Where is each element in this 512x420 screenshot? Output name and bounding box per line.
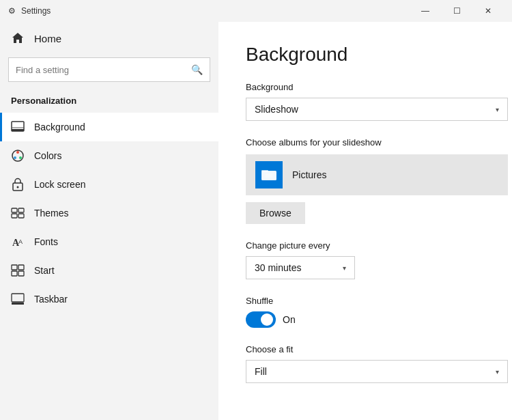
sidebar-lock-label: Lock screen: [34, 179, 85, 190]
shuffle-toggle[interactable]: [246, 311, 276, 328]
fit-section-label: Choose a fit: [246, 344, 485, 354]
shuffle-label: Shuffle: [246, 296, 485, 306]
lock-icon: [11, 178, 25, 191]
sidebar-background-label: Background: [34, 122, 85, 132]
browse-button[interactable]: Browse: [246, 202, 305, 224]
svg-rect-9: [12, 208, 17, 212]
svg-rect-18: [18, 271, 24, 276]
fit-dropdown[interactable]: Fill ▾: [246, 360, 508, 383]
fit-value: Fill: [255, 366, 267, 377]
search-icon: 🔍: [191, 64, 203, 75]
album-folder-icon: [255, 161, 283, 188]
svg-rect-16: [18, 265, 24, 270]
svg-rect-10: [18, 208, 24, 212]
change-picture-value: 30 minutes: [255, 262, 301, 273]
svg-rect-19: [12, 294, 24, 302]
sidebar-item-lock-screen[interactable]: Lock screen: [0, 170, 218, 199]
sidebar-home-item[interactable]: Home: [0, 22, 218, 55]
title-bar-controls: — ☐ ✕: [410, 0, 504, 22]
svg-rect-15: [12, 265, 17, 270]
home-icon: [11, 31, 25, 45]
svg-rect-20: [12, 303, 24, 305]
change-picture-label: Change picture every: [246, 240, 485, 251]
chevron-down-icon: ▾: [496, 106, 499, 113]
search-box[interactable]: 🔍: [8, 57, 210, 82]
svg-rect-1: [12, 129, 24, 131]
sidebar-colors-label: Colors: [34, 150, 61, 161]
sidebar-themes-label: Themes: [34, 208, 69, 219]
svg-rect-12: [18, 214, 24, 218]
sidebar-item-start[interactable]: Start: [0, 256, 218, 285]
app-icon: ⚙: [8, 6, 16, 16]
title-bar: ⚙ Settings — ☐ ✕: [0, 0, 512, 22]
svg-point-4: [16, 151, 19, 154]
toggle-state-label: On: [283, 314, 296, 325]
sidebar-item-fonts[interactable]: A A Fonts: [0, 227, 218, 256]
sidebar-item-taskbar[interactable]: Taskbar: [0, 285, 218, 313]
change-picture-dropdown[interactable]: 30 minutes ▾: [246, 256, 355, 279]
sidebar-item-colors[interactable]: Colors: [0, 141, 218, 170]
close-button[interactable]: ✕: [472, 0, 504, 22]
colors-icon: [11, 149, 25, 163]
albums-section-label: Choose albums for your slideshow: [246, 137, 485, 148]
sidebar-start-label: Start: [34, 265, 55, 276]
title-bar-left: ⚙ Settings: [8, 6, 51, 16]
themes-icon: [11, 206, 25, 220]
shuffle-toggle-row: On: [246, 311, 485, 328]
chevron-down-icon-3: ▾: [496, 368, 499, 376]
background-section-label: Background: [246, 82, 485, 92]
toggle-thumb: [261, 313, 273, 326]
search-input[interactable]: [16, 65, 191, 75]
sidebar-item-themes[interactable]: Themes: [0, 199, 218, 227]
svg-text:A: A: [18, 238, 23, 245]
svg-point-6: [14, 156, 16, 159]
sidebar: Home 🔍 Personalization Background: [0, 22, 218, 420]
background-value: Slideshow: [255, 104, 298, 115]
chevron-down-icon-2: ▾: [343, 264, 346, 272]
background-dropdown[interactable]: Slideshow ▾: [246, 98, 508, 121]
fonts-icon: A A: [11, 235, 25, 249]
minimize-button[interactable]: —: [410, 0, 441, 22]
home-label: Home: [34, 33, 61, 44]
start-icon: [11, 264, 25, 277]
sidebar-fonts-label: Fonts: [34, 236, 58, 247]
sidebar-item-background[interactable]: Background: [0, 113, 218, 141]
taskbar-icon: [11, 292, 25, 306]
content-area: Background Background Slideshow ▾ Choose…: [218, 22, 512, 420]
svg-point-5: [19, 156, 22, 159]
maximize-button[interactable]: ☐: [441, 0, 472, 22]
svg-rect-17: [12, 271, 17, 276]
app-title: Settings: [21, 6, 51, 16]
app-body: Home 🔍 Personalization Background: [0, 22, 512, 420]
page-title: Background: [246, 44, 485, 66]
svg-point-8: [17, 186, 19, 188]
background-icon: [11, 120, 25, 134]
album-item[interactable]: Pictures: [246, 154, 508, 195]
album-name: Pictures: [292, 169, 327, 180]
svg-rect-11: [12, 214, 17, 218]
svg-rect-25: [266, 173, 272, 178]
section-title: Personalization: [0, 90, 218, 113]
sidebar-taskbar-label: Taskbar: [34, 294, 68, 305]
